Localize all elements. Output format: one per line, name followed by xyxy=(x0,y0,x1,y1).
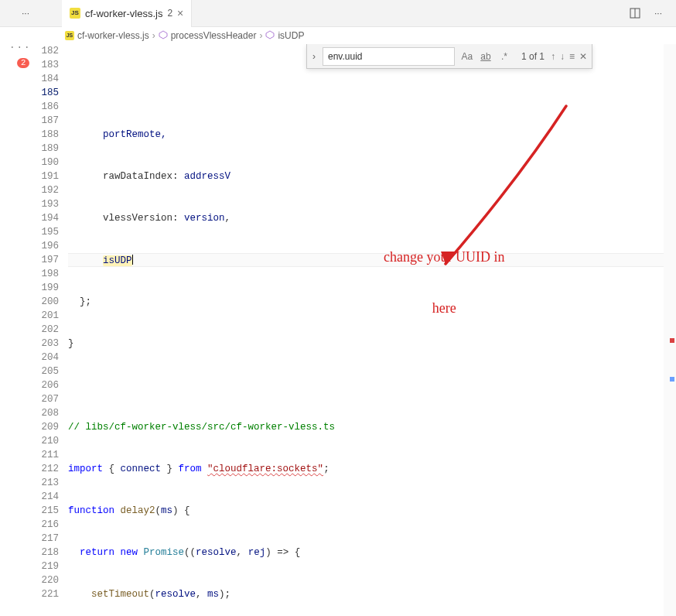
line-number[interactable]: 198 xyxy=(31,267,59,281)
find-input[interactable]: env.uuid xyxy=(323,47,455,66)
line-number[interactable]: 182 xyxy=(31,44,59,58)
line-number[interactable]: 193 xyxy=(31,197,59,211)
svg-marker-3 xyxy=(266,31,274,39)
line-number[interactable]: 219 xyxy=(31,560,59,573)
overview-error-marker[interactable] xyxy=(670,338,674,343)
breadcrumb-symbol-1[interactable]: processVlessHeader xyxy=(171,30,257,41)
js-file-icon xyxy=(65,31,74,40)
code-line[interactable]: return new Promise((resolve, rej) => { xyxy=(68,546,676,560)
chevron-right-icon: › xyxy=(152,30,155,41)
line-number[interactable]: 201 xyxy=(31,309,59,323)
line-number[interactable]: 220 xyxy=(31,573,59,587)
line-number[interactable]: 185 xyxy=(31,86,59,100)
find-widget: › env.uuid Aa ab .* 1 of 1 ↑ ↓ ≡ ✕ xyxy=(306,44,592,69)
line-number[interactable]: 210 xyxy=(31,434,59,448)
line-number[interactable]: 206 xyxy=(31,378,59,392)
find-close-icon[interactable]: ✕ xyxy=(579,50,587,63)
close-icon[interactable]: × xyxy=(177,7,183,19)
line-number-gutter: 1821831841851861871881891901911921931941… xyxy=(31,44,68,616)
svg-marker-2 xyxy=(159,31,167,39)
line-number[interactable]: 190 xyxy=(31,156,59,169)
find-toggle-replace[interactable]: › xyxy=(307,44,321,68)
line-number[interactable]: 194 xyxy=(31,211,59,225)
code-line[interactable]: vlessVersion: version, xyxy=(68,211,676,225)
line-number[interactable]: 184 xyxy=(31,72,59,86)
code-line[interactable]: rawDataIndex: addressV xyxy=(68,169,676,183)
line-number[interactable]: 218 xyxy=(31,546,59,560)
find-count: 1 of 1 xyxy=(521,50,545,63)
line-number[interactable]: 213 xyxy=(31,476,59,490)
line-number[interactable]: 192 xyxy=(31,183,59,197)
method-icon xyxy=(265,30,275,42)
line-number[interactable]: 217 xyxy=(31,532,59,546)
glyph-margin: ··· 2 xyxy=(0,44,31,616)
line-number[interactable]: 214 xyxy=(31,490,59,504)
overflow-icon[interactable]: ··· xyxy=(9,41,32,55)
error-badge[interactable]: 2 xyxy=(17,58,29,68)
line-number[interactable]: 215 xyxy=(31,504,59,518)
code-line[interactable]: } xyxy=(68,337,676,351)
breadcrumb-symbol-2[interactable]: isUDP xyxy=(278,30,304,41)
breadcrumb-file[interactable]: cf-worker-vless.js xyxy=(77,30,149,41)
tab-overflow-icon[interactable]: ··· xyxy=(17,5,34,22)
method-icon xyxy=(159,30,168,42)
line-number[interactable]: 212 xyxy=(31,462,59,476)
find-match-case[interactable]: Aa xyxy=(459,50,475,63)
code-line[interactable]: import { connect } from "cloudflare:sock… xyxy=(68,462,676,476)
line-number[interactable]: 195 xyxy=(31,225,59,239)
editor[interactable]: ··· 2 1821831841851861871881891901911921… xyxy=(0,44,676,616)
overview-ruler[interactable] xyxy=(664,44,676,616)
breadcrumb[interactable]: cf-worker-vless.js › processVlessHeader … xyxy=(0,27,676,44)
text-caret xyxy=(132,255,133,265)
code-line-current[interactable]: isUDP xyxy=(68,253,676,267)
code-line[interactable]: }; xyxy=(68,295,676,309)
line-number[interactable]: 208 xyxy=(31,406,59,420)
line-number[interactable]: 200 xyxy=(31,295,59,309)
code-line[interactable]: // libs/cf-worker-vless/src/cf-worker-vl… xyxy=(68,420,676,434)
code-line[interactable]: portRemote, xyxy=(68,128,676,142)
tab-dirty-count: 2 xyxy=(167,8,172,19)
annotation-overlay: change your UUID in here xyxy=(384,163,504,385)
line-number[interactable]: 188 xyxy=(31,128,59,142)
line-number[interactable]: 202 xyxy=(31,323,59,337)
line-number[interactable]: 197 xyxy=(31,253,59,267)
line-number[interactable]: 221 xyxy=(31,587,59,601)
line-number[interactable]: 199 xyxy=(31,281,59,295)
code-line[interactable]: setTimeout(resolve, ms); xyxy=(68,587,676,601)
find-next-icon[interactable]: ↓ xyxy=(560,50,565,63)
find-prev-icon[interactable]: ↑ xyxy=(551,50,555,63)
overview-info-marker[interactable] xyxy=(670,377,674,382)
tab-strip: ··· cf-worker-vless.js 2 × ··· xyxy=(0,0,676,27)
split-editor-icon[interactable] xyxy=(626,5,644,22)
find-match-word[interactable]: ab xyxy=(478,50,493,63)
line-number[interactable]: 187 xyxy=(31,114,59,128)
code-line[interactable]: function delay2(ms) { xyxy=(68,504,676,518)
tab-active[interactable]: cf-worker-vless.js 2 × xyxy=(62,0,192,27)
line-number[interactable]: 204 xyxy=(31,351,59,364)
js-file-icon xyxy=(70,8,80,19)
chevron-right-icon: › xyxy=(259,30,262,41)
line-number[interactable]: 189 xyxy=(31,142,59,156)
line-number[interactable]: 186 xyxy=(31,100,59,114)
find-filter-icon[interactable]: ≡ xyxy=(569,50,575,63)
line-number[interactable]: 209 xyxy=(31,420,59,434)
code-line[interactable] xyxy=(68,378,676,392)
line-number[interactable]: 211 xyxy=(31,448,59,462)
line-number[interactable]: 205 xyxy=(31,364,59,378)
line-number[interactable]: 203 xyxy=(31,337,59,351)
line-number[interactable]: 216 xyxy=(31,518,59,532)
line-number[interactable]: 191 xyxy=(31,169,59,183)
more-actions-icon[interactable]: ··· xyxy=(650,5,667,22)
line-number[interactable]: 183 xyxy=(31,58,59,72)
line-number[interactable]: 196 xyxy=(31,239,59,253)
find-regex[interactable]: .* xyxy=(497,50,512,63)
tab-file-name: cf-worker-vless.js xyxy=(85,8,162,19)
line-number[interactable]: 207 xyxy=(31,392,59,406)
